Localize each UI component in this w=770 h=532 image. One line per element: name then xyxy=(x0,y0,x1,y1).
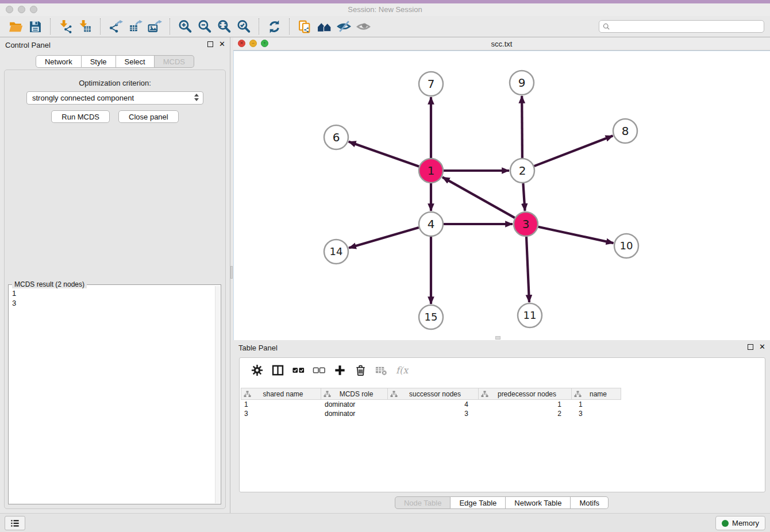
network-canvas[interactable]: 1234678910111415 xyxy=(233,51,770,340)
show-columns-button[interactable] xyxy=(267,360,288,380)
zoom-selected-button[interactable] xyxy=(234,17,253,36)
cell-name[interactable]: 1 xyxy=(572,400,621,409)
result-line: 3 xyxy=(12,298,211,308)
cell-MCDS-role[interactable]: dominator xyxy=(321,400,388,409)
deselect-all-columns-button[interactable] xyxy=(309,360,329,380)
column-header-successor-nodes[interactable]: successor nodes xyxy=(388,388,479,400)
cell-MCDS-role[interactable]: dominator xyxy=(321,409,388,418)
node-label-14: 14 xyxy=(330,245,343,257)
canvas-splitter-grip[interactable] xyxy=(495,336,500,340)
apply-layout-icon xyxy=(267,20,282,34)
first-neighbors-icon xyxy=(317,20,332,34)
column-tree-icon xyxy=(324,391,331,398)
table-row[interactable]: 1dominator411 xyxy=(241,400,764,409)
cell-name[interactable]: 3 xyxy=(572,409,621,418)
export-image-button[interactable] xyxy=(145,17,164,36)
cell-successor-nodes[interactable]: 3 xyxy=(388,409,479,418)
float-table-panel-icon[interactable] xyxy=(748,344,753,350)
tab-mcds[interactable]: MCDS xyxy=(155,55,194,68)
run-mcds-button[interactable]: Run MCDS xyxy=(51,110,110,123)
edge-4-14[interactable] xyxy=(349,228,419,248)
select-all-columns-button[interactable] xyxy=(288,360,309,380)
clone-network-button[interactable] xyxy=(295,17,314,36)
table-settings-icon xyxy=(251,364,264,377)
zoom-out-button[interactable] xyxy=(195,17,214,36)
zoom-fit-button[interactable] xyxy=(214,17,234,36)
table-row[interactable]: 3dominator323 xyxy=(241,409,764,418)
table-tab-network-table[interactable]: Network Table xyxy=(506,496,571,509)
float-panel-icon[interactable] xyxy=(207,41,213,47)
cell-shared-name[interactable]: 1 xyxy=(241,400,321,409)
result-scrollbar[interactable] xyxy=(215,286,220,503)
cell-successor-nodes[interactable]: 4 xyxy=(388,400,479,409)
main-toolbar xyxy=(0,16,770,37)
save-session-button[interactable] xyxy=(25,17,45,36)
show-graphics-details-icon xyxy=(356,20,371,34)
cell-shared-name[interactable]: 3 xyxy=(241,409,321,418)
tab-style[interactable]: Style xyxy=(82,55,116,68)
edge-2-3[interactable] xyxy=(523,183,525,211)
node-label-8: 8 xyxy=(622,124,629,138)
edge-3-11[interactable] xyxy=(526,237,529,302)
apply-function-button[interactable]: f(x) xyxy=(391,360,412,380)
table-panel-title: Table Panel xyxy=(238,344,278,352)
hide-graphics-details-icon xyxy=(337,20,351,34)
import-table-button[interactable] xyxy=(75,17,95,36)
delete-table-button[interactable] xyxy=(371,360,391,380)
cell-predecessor-nodes[interactable]: 1 xyxy=(479,400,572,409)
table-tab-edge-table[interactable]: Edge Table xyxy=(451,496,506,509)
close-table-panel-icon[interactable]: ✕ xyxy=(759,344,765,350)
column-header-shared-name[interactable]: shared name xyxy=(241,388,321,400)
table-settings-button[interactable] xyxy=(247,360,267,380)
zoom-selected-icon xyxy=(237,20,251,34)
session-title: Session: New Session xyxy=(0,5,770,14)
table-tabs: Node TableEdge TableNetwork TableMotifs xyxy=(395,496,609,509)
delete-column-button[interactable] xyxy=(350,360,371,380)
apply-layout-button[interactable] xyxy=(264,17,284,36)
node-table-card: f(x) shared nameMCDS rolesuccessor nodes… xyxy=(239,357,765,492)
edge-3-1[interactable] xyxy=(442,177,515,218)
column-header-name[interactable]: name xyxy=(572,388,621,400)
column-header-MCDS-role[interactable]: MCDS role xyxy=(321,388,388,400)
network-graph[interactable]: 1234678910111415 xyxy=(233,51,769,340)
network-window-titlebar[interactable]: ✕ − + scc.txt xyxy=(233,37,770,51)
column-header-predecessor-nodes[interactable]: predecessor nodes xyxy=(479,388,572,400)
delete-column-icon xyxy=(354,364,367,377)
close-panel-button[interactable]: Close panel xyxy=(118,110,179,123)
open-file-button[interactable] xyxy=(6,17,25,36)
import-network-button[interactable] xyxy=(56,17,75,36)
table-tab-motifs[interactable]: Motifs xyxy=(571,496,609,509)
table-tab-node-table[interactable]: Node Table xyxy=(395,496,451,509)
close-panel-icon[interactable]: ✕ xyxy=(219,41,225,48)
status-bar: Memory xyxy=(0,513,770,532)
splitter-grip[interactable] xyxy=(230,266,233,279)
cell-predecessor-nodes[interactable]: 2 xyxy=(479,409,572,418)
show-graphics-details-button[interactable] xyxy=(353,17,373,36)
export-network-button[interactable] xyxy=(106,17,125,36)
task-history-button[interactable] xyxy=(5,516,25,530)
mcds-result-text[interactable]: 13 xyxy=(9,286,215,503)
tab-select[interactable]: Select xyxy=(116,55,155,68)
hide-graphics-details-button[interactable] xyxy=(334,17,353,36)
network-window: ✕ − + scc.txt 1234678910111415 xyxy=(233,37,770,340)
export-table-button[interactable] xyxy=(125,17,145,36)
mcds-result-box: MCDS result (2 nodes) 13 xyxy=(8,284,221,504)
edge-2-8[interactable] xyxy=(534,136,613,166)
zoom-in-button[interactable] xyxy=(175,17,195,36)
first-neighbors-button[interactable] xyxy=(314,17,334,36)
edge-2-9[interactable] xyxy=(522,96,522,158)
main-titlebar: Session: New Session xyxy=(0,3,770,16)
tab-network[interactable]: Network xyxy=(36,55,82,68)
apply-function-icon: f(x) xyxy=(395,364,409,377)
search-box[interactable] xyxy=(599,20,764,33)
add-column-button[interactable] xyxy=(329,360,350,380)
add-column-icon xyxy=(333,364,346,377)
open-file-icon xyxy=(9,20,23,34)
memory-button[interactable]: Memory xyxy=(715,516,765,530)
control-panel-tabs: NetworkStyleSelectMCDS xyxy=(36,55,194,68)
search-input[interactable] xyxy=(613,22,761,30)
criterion-select[interactable]: strongly connected component xyxy=(26,91,203,105)
memory-status-icon xyxy=(722,520,729,527)
edge-1-6[interactable] xyxy=(349,142,419,167)
edge-3-10[interactable] xyxy=(538,227,614,243)
